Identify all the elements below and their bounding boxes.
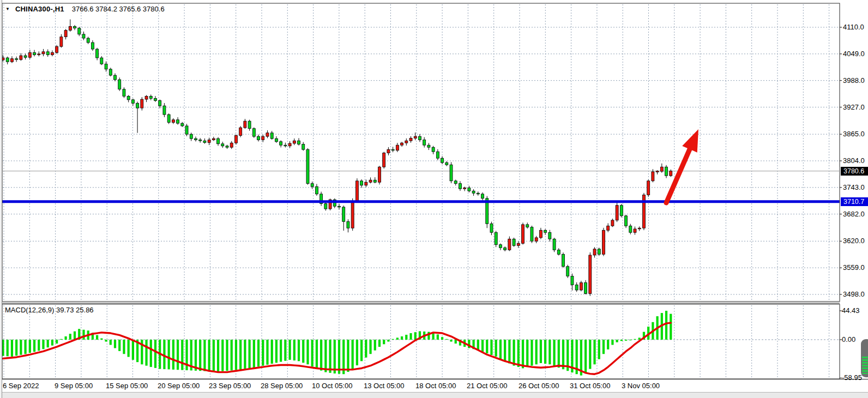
vertical-scrollbar-thumb[interactable] bbox=[861, 339, 868, 377]
price-tick-label: 3804.0 bbox=[843, 156, 865, 165]
chart-canvas[interactable] bbox=[0, 0, 868, 398]
time-axis-label: 20 Sep 05:00 bbox=[158, 382, 200, 390]
price-tick-label: 3988.0 bbox=[843, 76, 865, 85]
scrollbar-stripes bbox=[862, 357, 868, 375]
time-axis-label: 10 Oct 05:00 bbox=[312, 382, 352, 390]
macd-tick-label: 44.43 bbox=[842, 306, 860, 315]
time-axis-label: 21 Oct 05:00 bbox=[467, 382, 507, 390]
time-axis-label: 23 Sep 05:00 bbox=[209, 382, 251, 390]
price-tick-label: 3559.0 bbox=[843, 263, 865, 272]
symbol-dropdown-icon[interactable]: ▼ bbox=[5, 7, 10, 11]
price-tick-label: 4110.0 bbox=[843, 23, 864, 31]
current-price-badge: 3780.6 bbox=[841, 167, 868, 176]
symbol-period-label: CHINA300-,H1 bbox=[15, 5, 64, 13]
time-axis-label: 15 Sep 05:00 bbox=[106, 382, 148, 390]
time-axis-label: 31 Oct 05:00 bbox=[570, 382, 610, 390]
window-bottom-strip bbox=[0, 392, 868, 398]
time-axis-label: 6 Sep 2022 bbox=[3, 382, 39, 390]
time-axis-label: 3 Nov 05:00 bbox=[622, 382, 660, 390]
price-tick-label: 3865.0 bbox=[843, 130, 865, 138]
trading-chart-window: ▼ CHINA300-,H1 3766.6 3784.2 3765.6 3780… bbox=[0, 0, 868, 398]
time-axis-label: 18 Oct 05:00 bbox=[415, 382, 456, 390]
time-axis-label: 9 Sep 05:00 bbox=[55, 382, 93, 390]
price-tick-label: 3743.0 bbox=[843, 183, 865, 191]
level-price-badge: 3710.7 bbox=[841, 197, 868, 206]
price-tick-label: 3927.0 bbox=[843, 103, 865, 111]
price-tick-label: 3620.0 bbox=[843, 237, 865, 245]
macd-tick-label: 0.00 bbox=[842, 335, 855, 343]
time-axis-label: 13 Oct 05:00 bbox=[364, 382, 404, 390]
price-tick-label: 4049.0 bbox=[843, 50, 865, 58]
macd-indicator-label: MACD(12,26,9) 39.73 25.86 bbox=[5, 306, 94, 314]
chart-header: ▼ CHINA300-,H1 3766.6 3784.2 3765.6 3780… bbox=[5, 5, 165, 13]
time-axis-label: 26 Oct 05:00 bbox=[519, 382, 559, 390]
time-axis-label: 28 Sep 05:00 bbox=[261, 382, 303, 390]
window-left-edge bbox=[0, 0, 2, 398]
price-tick-label: 3498.0 bbox=[843, 290, 865, 298]
price-tick-label: 3682.0 bbox=[843, 210, 865, 218]
macd-tick-label: -58.95 bbox=[842, 373, 862, 382]
ohlc-values: 3766.6 3784.2 3765.6 3780.6 bbox=[72, 5, 165, 13]
